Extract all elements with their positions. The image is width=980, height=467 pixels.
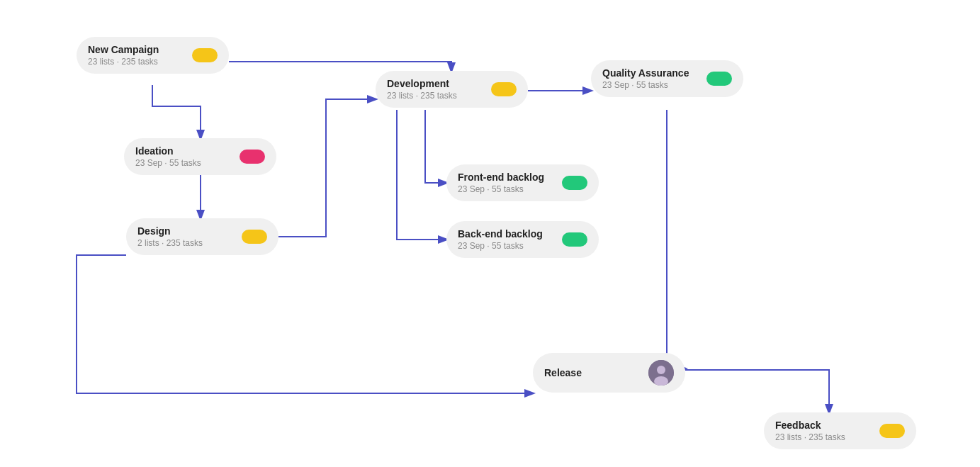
node-backend[interactable]: Back-end backlog 23 Sep · 55 tasks <box>446 221 599 258</box>
node-frontend-badge <box>562 176 587 190</box>
node-feedback-badge <box>879 424 905 438</box>
node-release-avatar <box>648 360 674 386</box>
canvas: New Campaign 23 lists · 235 tasks Ideati… <box>0 0 980 467</box>
node-quality-title: Quality Assurance <box>602 67 689 79</box>
node-quality-subtitle: 23 Sep · 55 tasks <box>602 80 689 90</box>
node-new-campaign-badge <box>192 48 218 62</box>
node-ideation-subtitle: 23 Sep · 55 tasks <box>135 158 201 168</box>
node-design-subtitle: 2 lists · 235 tasks <box>137 238 203 248</box>
node-feedback[interactable]: Feedback 23 lists · 235 tasks <box>764 412 916 449</box>
node-backend-title: Back-end backlog <box>458 228 543 240</box>
svg-point-1 <box>657 366 665 374</box>
node-development-badge <box>491 82 517 96</box>
node-new-campaign-subtitle: 23 lists · 235 tasks <box>88 57 159 67</box>
node-frontend[interactable]: Front-end backlog 23 Sep · 55 tasks <box>446 164 599 201</box>
node-design-badge <box>242 230 267 244</box>
node-quality[interactable]: Quality Assurance 23 Sep · 55 tasks <box>591 60 743 97</box>
node-ideation-title: Ideation <box>135 145 201 157</box>
node-frontend-title: Front-end backlog <box>458 171 544 183</box>
node-design-title: Design <box>137 225 203 237</box>
node-release[interactable]: Release <box>533 353 685 393</box>
node-ideation[interactable]: Ideation 23 Sep · 55 tasks <box>124 138 276 175</box>
node-design[interactable]: Design 2 lists · 235 tasks <box>126 218 278 255</box>
node-feedback-subtitle: 23 lists · 235 tasks <box>775 432 845 442</box>
node-backend-badge <box>562 232 587 247</box>
node-feedback-title: Feedback <box>775 420 845 431</box>
node-development-title: Development <box>387 78 457 89</box>
node-development-subtitle: 23 lists · 235 tasks <box>387 91 457 101</box>
node-quality-badge <box>706 72 732 86</box>
node-new-campaign[interactable]: New Campaign 23 lists · 235 tasks <box>77 37 229 74</box>
node-development[interactable]: Development 23 lists · 235 tasks <box>376 71 528 108</box>
node-ideation-badge <box>240 150 265 164</box>
node-frontend-subtitle: 23 Sep · 55 tasks <box>458 184 544 194</box>
node-release-title: Release <box>544 367 582 378</box>
node-backend-subtitle: 23 Sep · 55 tasks <box>458 241 543 251</box>
node-new-campaign-title: New Campaign <box>88 44 159 55</box>
